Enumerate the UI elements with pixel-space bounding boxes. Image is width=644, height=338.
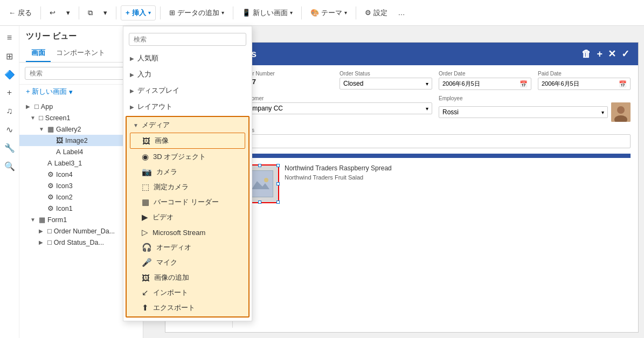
more-button[interactable]: … xyxy=(394,6,410,19)
order-date-input[interactable]: 2006年6月5日 📅 xyxy=(439,78,531,90)
tab-components[interactable]: コンポーネント xyxy=(51,45,110,62)
trash-icon[interactable]: 🗑 xyxy=(581,49,591,60)
new-screen-button[interactable]: 📱 新しい画面 ▾ xyxy=(238,6,297,20)
paid-date-field: Paid Date 2006年6月5日 📅 xyxy=(538,71,631,90)
tools-icon-btn[interactable]: 🔧 xyxy=(2,140,17,155)
order-status-dropdown[interactable]: Closed ▾ xyxy=(340,78,432,89)
back-label: 戻る xyxy=(18,8,32,18)
chevron-right-icon-display: ▶ xyxy=(130,88,134,94)
ms-stream-icon: ▷ xyxy=(142,227,148,237)
dropdown-add-image-label: 画像の追加 xyxy=(154,273,189,282)
dropdown-header-display[interactable]: ▶ ディスプレイ xyxy=(123,84,252,98)
variables-icon-btn[interactable]: ∿ xyxy=(2,122,17,137)
back-button[interactable]: ← 戻る xyxy=(4,6,36,20)
tab-screens[interactable]: 画面 xyxy=(26,45,51,62)
svg-point-5 xyxy=(264,178,268,182)
customer-label: Customer xyxy=(240,95,432,101)
settings-button[interactable]: ⚙ 設定 xyxy=(361,6,392,20)
dropdown-item-3d[interactable]: ◉ 3D オブジェクト xyxy=(127,149,248,164)
hamburger-icon-btn[interactable]: ≡ xyxy=(2,30,17,45)
dropdown-item-mic[interactable]: 🎤 マイク xyxy=(127,255,248,270)
avatar-svg xyxy=(611,102,631,122)
settings-label: 設定 xyxy=(373,8,387,18)
dropdown-camera-label: カメラ xyxy=(156,167,177,177)
employee-dropdown[interactable]: Rossi ▾ xyxy=(439,106,608,118)
dropdown-header-layout[interactable]: ▶ レイアウト xyxy=(123,100,252,114)
handle-tr[interactable] xyxy=(276,164,280,167)
tree-icon-gallery2: ▦ xyxy=(47,125,54,133)
tree-icon-image2: 🖼 xyxy=(56,136,63,144)
dropdown-image-label: 画像 xyxy=(155,136,169,146)
screens-icon-btn[interactable]: ⊞ xyxy=(2,49,17,64)
dropdown-item-export[interactable]: ⬆ エクスポート xyxy=(127,300,248,315)
dropdown-item-barcode[interactable]: ▦ バーコード リーダー xyxy=(127,195,248,210)
handle-tm[interactable] xyxy=(258,164,261,167)
order-status-arrow: ▾ xyxy=(426,81,428,87)
components-icon-btn[interactable]: 🔷 xyxy=(2,67,17,82)
tree-label-icon2: Icon2 xyxy=(56,194,73,201)
close-icon[interactable]: ✕ xyxy=(608,48,616,60)
dropdown-item-ms-stream[interactable]: ▷ Microsoft Stream xyxy=(127,225,248,240)
tree-icon-form1: ▦ xyxy=(39,216,45,224)
dropdown-header-popular[interactable]: ▶ 人気順 xyxy=(123,51,252,65)
dropdown-item-image[interactable]: 🖼 画像 xyxy=(130,133,245,149)
dropdown-header-media[interactable]: ▼ メディア xyxy=(127,118,248,132)
add-icon[interactable]: + xyxy=(597,49,603,60)
dropdown-header-input[interactable]: ▶ 入力 xyxy=(123,67,252,81)
back-arrow-icon: ← xyxy=(9,9,16,17)
dropdown-item-add-image[interactable]: 🖼 画像の追加 xyxy=(127,270,248,285)
copy-dropdown-button[interactable]: ▾ xyxy=(99,6,112,19)
undo-dropdown-button[interactable]: ▾ xyxy=(62,6,74,19)
dropdown-input-label: 入力 xyxy=(137,70,151,79)
copy-button[interactable]: ⧉ xyxy=(84,6,97,19)
add-icon-btn[interactable]: + xyxy=(2,85,17,100)
dropdown-item-camera[interactable]: 📷 カメラ xyxy=(127,164,248,180)
search-icon-btn[interactable]: 🔍 xyxy=(2,158,17,174)
detail-row-1: Order Number 0937 Order Status Closed ▾ … xyxy=(240,71,631,90)
handle-bm[interactable] xyxy=(258,201,261,204)
tree-icon-icon2: ⚙ xyxy=(47,193,54,201)
dropdown-video-label: ビデオ xyxy=(153,212,174,222)
tree-label-icon1: Icon1 xyxy=(56,205,73,212)
tree-icon-icon1: ⚙ xyxy=(47,204,54,212)
customer-dropdown[interactable]: Company CC ▾ xyxy=(240,102,432,114)
check-icon[interactable]: ✓ xyxy=(621,48,629,60)
dropdown-item-audio[interactable]: 🎧 オーディオ xyxy=(127,240,248,255)
separator-1 xyxy=(40,6,41,19)
handle-br[interactable] xyxy=(276,201,280,204)
notes-input[interactable] xyxy=(240,134,631,148)
sidebar-search-input[interactable] xyxy=(25,67,137,80)
dropdown-item-measure-camera[interactable]: ⬚ 測定カメラ xyxy=(127,180,248,195)
order-status-field: Order Status Closed ▾ xyxy=(340,71,432,90)
dropdown-item-import[interactable]: ↙ インポート xyxy=(127,285,248,300)
dropdown-audio-label: オーディオ xyxy=(156,243,191,252)
barcode-icon: ▦ xyxy=(142,197,149,207)
handle-rm[interactable] xyxy=(276,182,280,185)
dropdown-3d-label: 3D オブジェクト xyxy=(153,152,206,162)
data-add-button[interactable]: ⊞ データの追加 ▾ xyxy=(165,6,228,20)
data-icon-btn[interactable]: ♫ xyxy=(2,104,17,119)
tree-label-form1: Form1 xyxy=(47,216,67,224)
dropdown-search-input[interactable] xyxy=(129,33,246,46)
tree-icon-icon3: ⚙ xyxy=(47,182,54,190)
tree-label-image2: Image2 xyxy=(65,137,88,144)
camera-icon: 📷 xyxy=(142,167,152,177)
tree-label-order-number: Order Number_Da... xyxy=(54,227,115,235)
import-icon: ↙ xyxy=(142,288,149,298)
placeholder-svg xyxy=(249,176,271,192)
undo-button[interactable]: ↩ xyxy=(45,6,60,19)
paid-date-input[interactable]: 2006年6月5日 📅 xyxy=(538,78,631,90)
employee-label: Employee xyxy=(439,95,631,101)
calendar-icon-2: 📅 xyxy=(619,80,627,88)
theme-button[interactable]: 🎨 テーマ ▾ xyxy=(306,6,351,20)
insert-button[interactable]: + 挿入 ▾ xyxy=(121,5,156,20)
dropdown-item-video[interactable]: ▶ ビデオ xyxy=(127,210,248,225)
tree-label-icon3: Icon3 xyxy=(56,182,73,190)
customer-field: Customer Company CC ▾ xyxy=(240,95,432,122)
tree-arrow-app: ▶ xyxy=(26,104,32,109)
svg-point-1 xyxy=(617,106,625,114)
tree-label-label3-1: Label3_1 xyxy=(54,160,82,167)
order-number-value: 0937 xyxy=(240,78,333,86)
tree-arrow-gallery2: ▼ xyxy=(39,126,45,132)
dropdown-section-media: ▼ メディア 🖼 画像 ◉ 3D オブジェクト 📷 カメラ ⬚ 測定カメラ ▦ xyxy=(126,116,250,318)
